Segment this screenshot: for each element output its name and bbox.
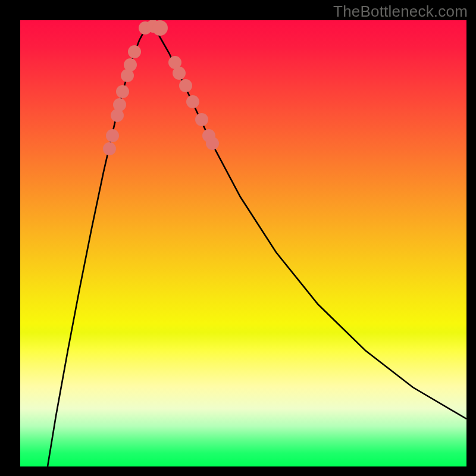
data-marker: [173, 67, 186, 80]
data-marker: [195, 113, 208, 126]
data-marker: [116, 85, 129, 98]
chart-frame: TheBottleneck.com: [0, 0, 476, 476]
data-marker: [128, 45, 141, 58]
plot-area: [20, 20, 466, 466]
bottleneck-curve: [20, 20, 466, 466]
data-marker: [186, 95, 199, 108]
data-marker: [206, 137, 219, 150]
watermark-text: TheBottleneck.com: [333, 2, 468, 21]
data-marker: [179, 79, 192, 92]
data-marker: [103, 142, 116, 155]
data-marker: [113, 98, 126, 111]
data-marker: [124, 58, 137, 71]
data-marker: [152, 20, 168, 36]
data-marker: [106, 129, 119, 142]
